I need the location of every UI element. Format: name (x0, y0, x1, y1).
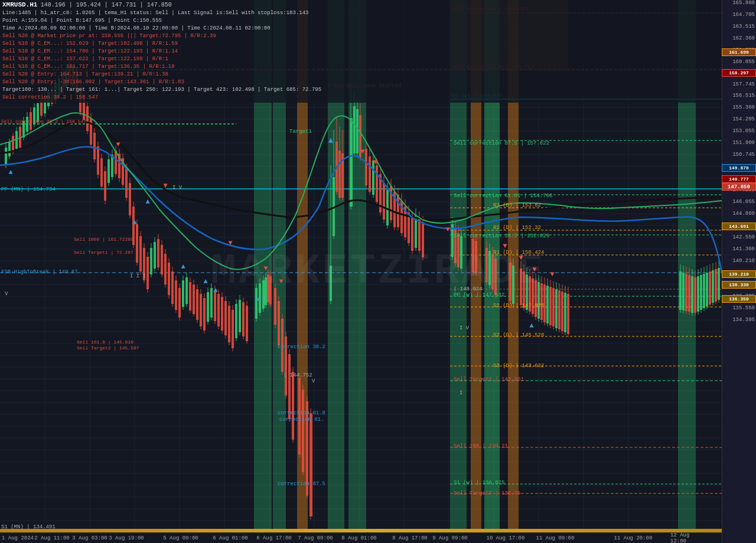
svg-text:Sell Target2 | 136.35: Sell Target2 | 136.35 (454, 490, 520, 496)
price-151900: 151.900 (732, 140, 755, 146)
svg-text:I V: I V (460, 325, 470, 331)
price-142550: 142.550 (732, 234, 755, 240)
svg-text:I V: I V (172, 185, 183, 191)
axis-box-136350: 136.350 (722, 295, 756, 303)
header-info: XMRUSD.H1 148.196 | 195.424 | 147.731 | … (0, 0, 722, 103)
axis-box-161699: 161.699 (722, 48, 756, 56)
price-160055: 160.055 (732, 59, 755, 65)
svg-text:▼: ▼ (163, 182, 168, 190)
svg-text:▲: ▲ (529, 322, 534, 330)
price-157745: 157.745 (732, 81, 755, 87)
svg-text:PP (MN) | 154.734: PP (MN) | 154.734 (1, 187, 56, 192)
price-135550: 135.550 (732, 305, 755, 311)
svg-text:I I I: I I I (130, 273, 146, 279)
svg-text:▼: ▼ (503, 242, 507, 250)
ohlc-label: 148.196 | 195.424 | 147.731 | 147.850 (41, 2, 172, 8)
price-162360: 162.360 (732, 35, 755, 41)
time-axis: 1 Aug 2024 2 Aug 11:00 3 Aug 03:00 3 Aug… (0, 532, 722, 543)
time-5aug09: 5 Aug 09:00 (163, 535, 198, 541)
svg-text:▼: ▼ (550, 270, 555, 279)
time-11aug09: 11 Aug 09:00 (536, 535, 575, 541)
axis-box-143691: 143.691 (722, 223, 756, 230)
svg-text:Sell correction 38.2 | 152.029: Sell correction 38.2 | 152.029 (454, 233, 549, 239)
svg-text:PP (w) | 147.532: PP (w) | 147.532 (454, 292, 504, 298)
svg-text:S2 (D) | 145.528: S2 (D) | 145.528 (493, 332, 544, 338)
svg-text:correction 38.2: correction 38.2 (278, 344, 325, 350)
price-141360: 141.360 (732, 246, 755, 252)
axis-box-138330: 138.330 (722, 281, 756, 289)
svg-text:▼: ▼ (263, 264, 268, 273)
price-165860: 165.860 (732, 0, 755, 6)
svg-text:V: V (5, 291, 8, 297)
svg-text:Sell Target1 | 72.267: Sell Target1 | 72.267 (74, 250, 133, 255)
svg-text:S3 (D) | 143.632: S3 (D) | 143.632 (493, 363, 544, 369)
svg-text:Sell correction 61.81 | 154.70: Sell correction 61.81 | 154.706 (454, 193, 552, 199)
price-163515: 163.515 (732, 24, 755, 30)
svg-text:▼: ▼ (360, 148, 365, 156)
sell-line10: Sell %20 @ Entry: -38|166.092 | Target:1… (2, 79, 184, 85)
svg-text:Sell 1000 | 161.72285: Sell 1000 | 161.72285 (74, 237, 133, 242)
price-140210: 140.210 (732, 258, 755, 264)
header-line2: Point A:159.04 | Point B:147.695 | Point… (2, 17, 719, 25)
time-6aug01: 6 Aug 01:00 (213, 535, 247, 541)
axis-box-139210: 139.210 (722, 270, 756, 278)
svg-text:Target1: Target1 (289, 129, 312, 135)
price-axis: 165.860 164.705 163.515 162.360 161.205 … (722, 0, 756, 543)
svg-text:FSB-HighToBreak | 149.87: FSB-HighToBreak | 149.87 (1, 269, 78, 275)
sell-line8: Sell %10 @ C_EM...: 161.717 | Target:136… (2, 64, 175, 70)
svg-text:V: V (312, 378, 315, 384)
header-line11: Target100: 130... | Target 161: 1...| Ta… (2, 86, 719, 94)
price-164705: 164.705 (732, 12, 755, 18)
price-153055: 153.055 (732, 128, 755, 134)
current-price-box: 147.850 (722, 183, 756, 191)
symbol-label: XMRUSD.H1 (2, 1, 37, 8)
svg-text:R2 (D) | 152.32: R2 (D) | 152.32 (493, 225, 541, 231)
axis-box-148777: 148.777 (722, 175, 756, 183)
time-10aug17: 10 Aug 17:00 (487, 535, 525, 541)
time-9aug09: 9 Aug 09:00 (432, 535, 467, 541)
svg-text:▼: ▼ (116, 140, 120, 149)
svg-text:▲: ▲ (213, 286, 218, 295)
sell-line9: Sell %20 @ Entry: 164.713 | Target:139.2… (2, 71, 168, 77)
svg-text:▲: ▲ (145, 198, 150, 206)
svg-text:▼: ▼ (373, 158, 378, 166)
price-155360: 155.360 (732, 104, 755, 110)
price-146055: 146.055 (732, 199, 755, 205)
svg-text:| 144.752: | 144.752 (284, 372, 312, 378)
sell-line4: Sell %20 @ Market price pr at: 150.555 |… (2, 33, 216, 39)
svg-text:S1 (w) | 136.025: S1 (w) | 136.025 (454, 480, 504, 486)
svg-text:Sell 100 | 139.21: Sell 100 | 139.21 (454, 443, 508, 449)
svg-text:I: I (460, 390, 462, 396)
axis-box-158297: 158.297 (722, 69, 756, 77)
svg-text:correction 87.5: correction 87.5 (278, 481, 325, 487)
svg-text:▲: ▲ (256, 295, 261, 303)
sell-line7: Sell %10 @ C_EM...: 157.622 | Target:122… (2, 56, 168, 62)
svg-text:Sell correction 87.5 | 157.622: Sell correction 87.5 | 157.622 (454, 140, 549, 146)
time-1aug: 1 Aug 2024 (2, 535, 34, 541)
sell-line12: Sell correction 38.2 | 158.547 (2, 94, 98, 100)
svg-text:correction 61.: correction 61. (279, 417, 324, 423)
svg-text:Sell correction 38.2 | 158.547: Sell correction 38.2 | 158.547 (1, 119, 86, 124)
time-3aug03: 3 Aug 03:00 (72, 535, 107, 541)
svg-text:Sell 161.8 | 145.810: Sell 161.8 | 145.810 (77, 339, 133, 345)
price-144860: 144.860 (732, 211, 755, 217)
price-134395: 134.395 (732, 317, 755, 323)
svg-text:▼: ▼ (279, 277, 284, 286)
time-8aug01: 8 Aug 01:00 (341, 535, 376, 541)
svg-text:Sell Target2 | 145.507: Sell Target2 | 145.507 (77, 345, 139, 351)
time-2aug11: 2 Aug 11:00 (34, 535, 69, 541)
header-line3: Time A:2024.08.09 02:00:00 | Time B:2024… (2, 25, 719, 32)
time-7aug09: 7 Aug 09:00 (298, 535, 333, 541)
sell-line5: Sell %10 @ C_EM...: 152.029 | Target:102… (2, 41, 178, 47)
header-line1: Line:1485 | h1_atr_c0: 1.0265 | tema_H1 … (2, 9, 719, 17)
svg-text:▼: ▼ (532, 266, 537, 274)
time-3aug19: 3 Aug 19:00 (109, 535, 144, 541)
svg-text:▲: ▲ (203, 277, 208, 286)
chart-container: MARKETZIRADE (0, 0, 756, 543)
price-154205: 154.205 (732, 116, 755, 122)
time-12aug12: 12 Aug 12:00 (670, 532, 705, 544)
time-6aug17: 6 Aug 17:00 (256, 535, 291, 541)
svg-text:S1 (D) | 147.028: S1 (D) | 147.028 (493, 303, 544, 309)
svg-text:R1 (D) | 150.424: R1 (D) | 150.424 (493, 250, 544, 256)
svg-text:▲: ▲ (181, 263, 185, 271)
